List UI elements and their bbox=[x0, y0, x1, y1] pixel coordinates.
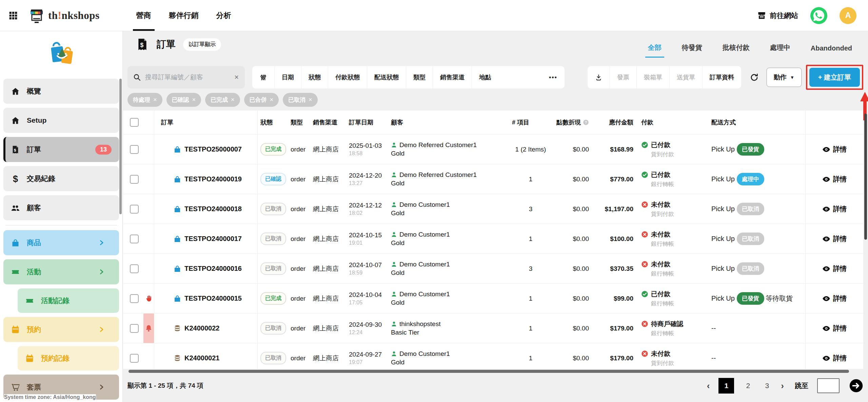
filter-button[interactable]: 付款狀態 bbox=[328, 66, 367, 88]
tab-Abandonded[interactable]: Abandonded bbox=[810, 44, 853, 58]
row-checkbox[interactable] bbox=[130, 294, 139, 303]
amount-due: $370.35 bbox=[610, 265, 633, 273]
customer-name[interactable]: Demo Customer1 bbox=[399, 290, 450, 298]
payment-method: 銀行轉帳 bbox=[651, 300, 674, 307]
order-id[interactable]: K24000021 bbox=[184, 354, 219, 362]
details-link[interactable]: 詳情 bbox=[833, 204, 847, 214]
order-id[interactable]: TESTPO24000016 bbox=[184, 265, 242, 273]
details-link[interactable]: 詳情 bbox=[833, 145, 847, 154]
filter-button[interactable]: 類型 bbox=[406, 66, 433, 88]
details-link[interactable]: 詳情 bbox=[833, 264, 847, 273]
sidebar-item[interactable]: 顧客 bbox=[3, 195, 119, 220]
help-icon[interactable]: ? bbox=[583, 119, 589, 126]
sidebar-item[interactable]: 預約 bbox=[3, 317, 119, 342]
horizontal-scrollbar[interactable] bbox=[129, 370, 849, 373]
sidebar-item[interactable]: 預約記錄 bbox=[18, 346, 119, 370]
page-button[interactable]: 1 bbox=[718, 378, 734, 394]
details-link[interactable]: 詳情 bbox=[833, 294, 847, 303]
prev-page-button[interactable]: ‹ bbox=[707, 381, 710, 391]
sidebar-item[interactable]: Setup bbox=[3, 108, 119, 133]
sidebar-item[interactable]: $ 訂單 13 bbox=[3, 137, 119, 162]
sidebar-scrollbar[interactable] bbox=[119, 79, 122, 214]
bell-icon bbox=[143, 314, 154, 343]
chip-remove-icon[interactable]: × bbox=[153, 96, 157, 103]
whatsapp-button[interactable] bbox=[810, 7, 827, 24]
tab-待發貨[interactable]: 待發貨 bbox=[681, 43, 703, 58]
refresh-button[interactable] bbox=[747, 69, 762, 85]
points-redeemed: $0.00 bbox=[573, 235, 589, 243]
go-to-site-button[interactable]: 前往網站 bbox=[757, 11, 798, 20]
order-id[interactable]: TESTPO25000007 bbox=[184, 145, 242, 153]
sidebar-item[interactable]: $ 交易紀錄 bbox=[3, 166, 119, 191]
order-date: 2025-01-03 bbox=[349, 142, 382, 149]
filter-button[interactable]: 配送狀態 bbox=[367, 66, 406, 88]
order-id[interactable]: TESTPO24000019 bbox=[184, 175, 242, 183]
jump-go-button[interactable] bbox=[849, 379, 863, 393]
filter-button[interactable]: 日期 bbox=[274, 66, 301, 88]
filter-button[interactable]: 狀態 bbox=[301, 66, 328, 88]
filter-sliders-button[interactable] bbox=[252, 66, 274, 88]
row-checkbox[interactable] bbox=[130, 264, 139, 273]
view-mode-badge[interactable]: 以訂單顯示 bbox=[183, 38, 221, 51]
tab-處理中[interactable]: 處理中 bbox=[769, 43, 791, 58]
sidebar-item[interactable]: 活動 bbox=[3, 259, 119, 284]
filter-button[interactable]: 銷售渠道 bbox=[433, 66, 472, 88]
page-button[interactable]: 2 bbox=[743, 382, 753, 390]
top-nav-item[interactable]: 營商 bbox=[136, 0, 151, 31]
customer-name[interactable]: thinkshopstest bbox=[399, 320, 440, 328]
export-button[interactable] bbox=[588, 66, 610, 88]
sidebar-item[interactable]: 商品 bbox=[3, 230, 119, 255]
page-button[interactable]: 3 bbox=[762, 382, 772, 390]
row-checkbox[interactable] bbox=[130, 175, 139, 184]
chip-remove-icon[interactable]: × bbox=[192, 96, 196, 103]
download-icon bbox=[595, 74, 603, 81]
order-id[interactable]: TESTPO24000018 bbox=[184, 205, 242, 213]
more-filters-button[interactable]: ••• bbox=[542, 66, 565, 88]
filter-button[interactable]: 地點 bbox=[472, 66, 498, 88]
doc-button[interactable]: 訂單資料 bbox=[702, 66, 741, 88]
jump-page-input[interactable] bbox=[817, 378, 840, 393]
create-order-button[interactable]: + 建立訂單 bbox=[809, 68, 860, 87]
column-header: 付款 bbox=[641, 118, 653, 126]
row-checkbox[interactable] bbox=[130, 145, 139, 154]
chip-remove-icon[interactable]: × bbox=[270, 96, 274, 103]
points-redeemed: $0.00 bbox=[573, 325, 589, 332]
row-checkbox[interactable] bbox=[130, 324, 139, 333]
details-link[interactable]: 詳情 bbox=[833, 175, 847, 184]
column-header: 顧客 bbox=[391, 118, 403, 126]
clear-search-icon[interactable]: × bbox=[234, 73, 239, 82]
tab-批核付款[interactable]: 批核付款 bbox=[722, 43, 750, 58]
chip-remove-icon[interactable]: × bbox=[309, 96, 312, 103]
top-nav-item[interactable]: 夥伴行銷 bbox=[169, 0, 199, 31]
row-checkbox[interactable] bbox=[130, 354, 139, 363]
customer-name[interactable]: Demo Customer1 bbox=[399, 261, 450, 268]
sales-channel: 網上商店 bbox=[313, 175, 339, 184]
tab-全部[interactable]: 全部 bbox=[647, 43, 662, 58]
orders-table: 訂單狀態類型銷售渠道訂單日期顧客# 項目點數折現?應付金額付款配送方式 TEST… bbox=[123, 110, 863, 369]
customer-name[interactable]: Demo Referred Customer1 bbox=[399, 141, 477, 149]
actions-dropdown[interactable]: 動作 ▼ bbox=[766, 67, 802, 87]
row-checkbox[interactable] bbox=[130, 205, 139, 214]
avatar[interactable]: A bbox=[840, 7, 856, 24]
details-link[interactable]: 詳情 bbox=[833, 234, 847, 243]
order-id[interactable]: K24000022 bbox=[184, 324, 219, 332]
brand-logo[interactable]: th!nkshops bbox=[28, 7, 100, 24]
vertical-scrollbar[interactable] bbox=[864, 114, 867, 240]
sidebar-item[interactable]: 概覽 bbox=[3, 79, 119, 104]
customer-name[interactable]: Demo Customer1 bbox=[399, 350, 450, 358]
order-id[interactable]: TESTPO24000015 bbox=[184, 295, 242, 302]
customer-name[interactable]: Demo Customer1 bbox=[399, 201, 450, 208]
details-link[interactable]: 詳情 bbox=[833, 324, 847, 333]
top-nav-item[interactable]: 分析 bbox=[216, 0, 231, 31]
apps-grid-icon[interactable] bbox=[7, 10, 19, 21]
details-link[interactable]: 詳情 bbox=[833, 354, 847, 363]
sidebar-item[interactable]: 活動記錄 bbox=[18, 288, 119, 313]
order-id[interactable]: TESTPO24000017 bbox=[184, 235, 242, 243]
select-all-checkbox[interactable] bbox=[130, 118, 139, 127]
row-checkbox[interactable] bbox=[130, 235, 139, 243]
search-input[interactable] bbox=[145, 74, 234, 81]
customer-name[interactable]: Demo Customer1 bbox=[399, 231, 450, 238]
chip-remove-icon[interactable]: × bbox=[231, 96, 235, 103]
next-page-button[interactable]: › bbox=[781, 381, 784, 391]
customer-name[interactable]: Demo Referred Customer1 bbox=[399, 171, 477, 179]
